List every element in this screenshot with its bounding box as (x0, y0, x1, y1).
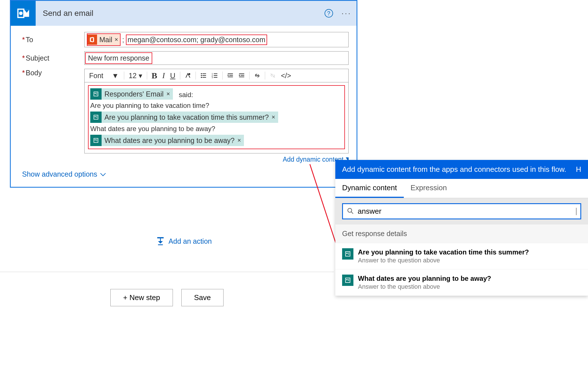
svg-rect-37 (96, 139, 97, 140)
svg-point-5 (201, 73, 202, 74)
svg-point-44 (348, 208, 352, 212)
dynamic-content-panel: Add dynamic content from the apps and co… (335, 160, 588, 296)
add-dynamic-content-link[interactable]: Add dynamic content (84, 156, 349, 163)
forms-icon (90, 112, 102, 123)
show-advanced-options[interactable]: Show advanced options (22, 170, 349, 178)
code-view-button[interactable]: </> (280, 71, 292, 80)
token-label: Are you planning to take vacation time t… (104, 113, 269, 121)
search-input[interactable] (358, 207, 572, 216)
q2-answer-token[interactable]: What dates are you planning to be away? … (90, 135, 244, 146)
tab-expression[interactable]: Expression (404, 179, 454, 198)
svg-point-4 (188, 73, 190, 75)
svg-rect-55 (348, 280, 349, 281)
outlook-icon (11, 1, 36, 26)
more-menu-icon[interactable]: ··· (342, 9, 351, 18)
dynamic-content-search[interactable] (342, 203, 581, 219)
responders-email-token[interactable]: Responders' Email × (90, 88, 173, 100)
token-label: What dates are you planning to be away? (104, 136, 235, 145)
required-star: * (22, 69, 25, 77)
forms-icon (342, 275, 353, 286)
svg-rect-22 (239, 77, 244, 77)
rich-text-toolbar: Font ▼ 12 ▾ B I U (84, 69, 349, 82)
svg-rect-12 (214, 74, 217, 74)
to-addresses[interactable]: megan@contoso.com; grady@contoso.com (126, 35, 267, 45)
mail-dynamic-token[interactable]: Mail × (87, 33, 121, 46)
svg-rect-17 (228, 74, 233, 74)
save-button[interactable]: Save (181, 289, 224, 306)
svg-text:3: 3 (212, 76, 213, 79)
q1-answer-token[interactable]: Are you planning to take vacation time t… (90, 112, 278, 123)
svg-rect-19 (228, 77, 233, 77)
svg-rect-18 (229, 75, 233, 76)
text-cursor (576, 208, 576, 215)
search-icon (347, 207, 354, 215)
item-desc: Answer to the question above (358, 257, 529, 264)
font-size-select[interactable]: 12 ▾ (128, 71, 143, 80)
svg-rect-33 (96, 117, 97, 118)
svg-rect-28 (96, 94, 97, 95)
italic-button[interactable]: I (161, 70, 166, 81)
svg-rect-8 (202, 75, 206, 76)
remove-token[interactable]: × (166, 90, 170, 98)
bullet-list-button[interactable] (199, 72, 208, 79)
forms-icon (342, 248, 353, 260)
body-editor[interactable]: Responders' Email × said: Are you planni… (84, 82, 349, 153)
section-get-response-details: Get response details (335, 224, 588, 243)
card-body: *To Mail × ; megan@contoso.com; grady@co… (11, 26, 357, 187)
numbered-list-button[interactable]: 123 (211, 72, 219, 79)
item-title: What dates are you planning to be away? (358, 275, 491, 282)
dynamic-content-tabs: Dynamic content Expression (335, 179, 588, 198)
office-icon (87, 35, 97, 45)
add-action-button[interactable]: Add an action (10, 236, 357, 246)
subject-input[interactable]: New form response (88, 54, 149, 62)
svg-rect-36 (95, 139, 96, 140)
svg-point-2 (19, 12, 23, 15)
send-email-card: Send an email ? ··· *To Mail × ; megan@c… (10, 0, 357, 188)
to-field[interactable]: Mail × ; megan@contoso.com; grady@contos… (84, 32, 349, 47)
remove-token[interactable]: × (237, 137, 241, 144)
svg-rect-20 (239, 74, 244, 74)
indent-button[interactable] (237, 72, 246, 79)
font-color-button[interactable] (184, 72, 192, 79)
svg-rect-26 (95, 93, 96, 94)
remove-token[interactable]: × (272, 114, 275, 121)
token-label: Responders' Email (104, 90, 164, 98)
footer-bar: + New step Save (0, 272, 334, 323)
svg-rect-6 (202, 74, 206, 74)
chevron-down-icon (100, 170, 106, 178)
svg-point-9 (201, 77, 202, 78)
font-select[interactable]: Font ▼ (87, 71, 121, 80)
body-row: *Body Font ▼ 12 ▾ B I U (22, 69, 349, 163)
dynamic-item-q2[interactable]: What dates are you planning to be away? … (335, 269, 588, 296)
body-text-said: said: (179, 91, 193, 99)
body-text-q2: What dates are you planning to be away? (90, 125, 343, 133)
chevron-down-icon: ▾ (139, 72, 142, 80)
outdent-button[interactable] (226, 72, 235, 79)
svg-rect-41 (158, 244, 163, 245)
svg-rect-31 (95, 116, 96, 117)
svg-rect-27 (96, 93, 97, 93)
item-title: Are you planning to take vacation time t… (358, 248, 529, 256)
dynamic-content-header: Add dynamic content from the apps and co… (335, 160, 588, 179)
svg-rect-14 (214, 75, 217, 76)
svg-rect-54 (348, 279, 349, 280)
help-icon[interactable]: ? (325, 9, 333, 18)
unlink-button[interactable] (269, 72, 277, 79)
required-star: * (22, 36, 25, 44)
hide-link[interactable]: H (576, 165, 581, 174)
new-step-button[interactable]: + New step (110, 289, 173, 306)
dynamic-item-q1[interactable]: Are you planning to take vacation time t… (335, 243, 588, 269)
item-desc: Answer to the question above (358, 283, 491, 290)
tab-dynamic-content[interactable]: Dynamic content (335, 179, 404, 198)
bold-button[interactable]: B (151, 70, 158, 81)
mail-token-label: Mail (99, 36, 112, 44)
body-field: Font ▼ 12 ▾ B I U (84, 69, 349, 163)
underline-button[interactable]: U (169, 71, 177, 81)
remove-mail-token[interactable]: × (115, 36, 118, 43)
svg-rect-49 (348, 253, 349, 253)
svg-rect-16 (214, 77, 217, 78)
to-label: *To (22, 36, 84, 44)
svg-rect-32 (96, 116, 97, 117)
subject-field[interactable]: New form response (84, 51, 349, 65)
link-button[interactable] (253, 72, 261, 79)
